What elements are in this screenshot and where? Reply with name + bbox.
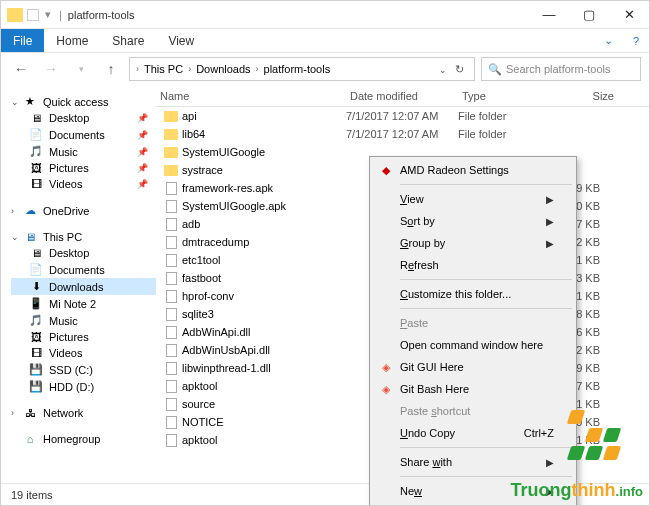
menu-item: Paste: [372, 312, 574, 334]
folder-icon: [164, 147, 178, 158]
ribbon: File Home Share View ⌄ ?: [1, 29, 649, 53]
menu-item[interactable]: ◆AMD Radeon Settings: [372, 159, 574, 181]
file-icon: [166, 380, 177, 393]
watermark-logo: [569, 410, 619, 460]
sidebar: ⌄★Quick access 🖥Desktop📌📄Documents📌🎵Musi…: [1, 85, 156, 483]
sidebar-onedrive[interactable]: ›☁OneDrive: [11, 202, 156, 219]
sidebar-item[interactable]: 🎵Music: [11, 312, 156, 329]
breadcrumb-segment[interactable]: This PC: [141, 63, 186, 75]
sidebar-item[interactable]: 🖼Pictures📌: [11, 160, 156, 176]
address-field[interactable]: › This PC › Downloads › platform-tools ⌄…: [129, 57, 475, 81]
col-size[interactable]: Size: [538, 90, 618, 102]
context-menu: ◆AMD Radeon SettingsView▶Sort by▶Group b…: [369, 156, 577, 506]
menu-item[interactable]: View▶: [372, 188, 574, 210]
menu-item[interactable]: Share with▶: [372, 451, 574, 473]
sidebar-item[interactable]: 🎞Videos📌: [11, 176, 156, 192]
sidebar-item[interactable]: 💾SSD (C:): [11, 361, 156, 378]
sidebar-item[interactable]: 🖼Pictures: [11, 329, 156, 345]
menu-item[interactable]: Sort by▶: [372, 210, 574, 232]
file-icon: [166, 416, 177, 429]
folder-icon: [164, 165, 178, 176]
file-icon: [166, 218, 177, 231]
item-icon: 💾: [27, 380, 45, 393]
column-headers: Name Date modified Type Size: [156, 85, 649, 107]
sidebar-quick-access[interactable]: ⌄★Quick access: [11, 93, 156, 110]
search-input[interactable]: 🔍 Search platform-tools: [481, 57, 641, 81]
menu-item[interactable]: Customize this folder...: [372, 283, 574, 305]
folder-icon: [164, 111, 178, 122]
breadcrumb-segment[interactable]: Downloads: [193, 63, 253, 75]
file-icon: [166, 290, 177, 303]
tab-file[interactable]: File: [1, 29, 44, 52]
file-icon: [166, 434, 177, 447]
network-icon: 🖧: [21, 407, 39, 419]
tab-view[interactable]: View: [156, 29, 206, 52]
file-icon: [166, 362, 177, 375]
sidebar-item[interactable]: 🖥Desktop📌: [11, 110, 156, 126]
address-bar: ← → ▾ ↑ › This PC › Downloads › platform…: [1, 53, 649, 85]
tab-home[interactable]: Home: [44, 29, 100, 52]
menu-item[interactable]: Open command window here: [372, 334, 574, 356]
nav-up-button[interactable]: ↑: [99, 57, 123, 81]
sidebar-item[interactable]: ⬇Downloads: [11, 278, 156, 295]
file-icon: [166, 308, 177, 321]
file-icon: [166, 344, 177, 357]
window-title: platform-tools: [68, 9, 135, 21]
amd-icon: ◆: [378, 164, 394, 177]
close-button[interactable]: ✕: [609, 1, 649, 29]
item-icon: 🎞: [27, 178, 45, 190]
sidebar-this-pc[interactable]: ⌄🖥This PC: [11, 229, 156, 245]
search-icon: 🔍: [488, 63, 502, 76]
pc-icon: 🖥: [21, 231, 39, 243]
sidebar-item[interactable]: 💾HDD (D:): [11, 378, 156, 395]
menu-item[interactable]: Refresh: [372, 254, 574, 276]
minimize-button[interactable]: —: [529, 1, 569, 29]
nav-recent-button[interactable]: ▾: [69, 57, 93, 81]
chevron-down-icon[interactable]: ▾: [45, 8, 51, 21]
git-icon: ◈: [378, 361, 394, 374]
menu-item[interactable]: ◈Git GUI Here: [372, 356, 574, 378]
file-icon: [166, 254, 177, 267]
item-icon: 📄: [27, 128, 45, 141]
sidebar-item[interactable]: 🖥Desktop: [11, 245, 156, 261]
help-icon[interactable]: ?: [623, 29, 649, 52]
menu-item[interactable]: Group by▶: [372, 232, 574, 254]
sidebar-item[interactable]: 📄Documents📌: [11, 126, 156, 143]
breadcrumb-segment[interactable]: platform-tools: [261, 63, 334, 75]
col-date[interactable]: Date modified: [346, 90, 458, 102]
item-count: 19 items: [11, 489, 53, 501]
item-icon: 🖥: [27, 247, 45, 259]
folder-icon: [7, 8, 23, 22]
cloud-icon: ☁: [21, 204, 39, 217]
nav-back-button[interactable]: ←: [9, 57, 33, 81]
col-name[interactable]: Name: [156, 90, 346, 102]
search-placeholder: Search platform-tools: [506, 63, 611, 75]
ribbon-expand-icon[interactable]: ⌄: [594, 29, 623, 52]
nav-forward-button[interactable]: →: [39, 57, 63, 81]
menu-item[interactable]: ◈Git Bash Here: [372, 378, 574, 400]
item-icon: 🎵: [27, 314, 45, 327]
sidebar-item[interactable]: 🎵Music📌: [11, 143, 156, 160]
tab-share[interactable]: Share: [100, 29, 156, 52]
git-icon: ◈: [378, 383, 394, 396]
app-icon: [27, 9, 39, 21]
item-icon: 🎞: [27, 347, 45, 359]
homegroup-icon: ⌂: [21, 433, 39, 445]
chevron-right-icon: ▶: [546, 238, 554, 249]
item-icon: 🖼: [27, 331, 45, 343]
file-icon: [166, 398, 177, 411]
col-type[interactable]: Type: [458, 90, 538, 102]
sidebar-item[interactable]: 🎞Videos: [11, 345, 156, 361]
file-row[interactable]: api7/1/2017 12:07 AMFile folder: [156, 107, 649, 125]
sidebar-network[interactable]: ›🖧Network: [11, 405, 156, 421]
maximize-button[interactable]: ▢: [569, 1, 609, 29]
file-row[interactable]: lib647/1/2017 12:07 AMFile folder: [156, 125, 649, 143]
item-icon: 🎵: [27, 145, 45, 158]
sidebar-item[interactable]: 📱Mi Note 2: [11, 295, 156, 312]
menu-item[interactable]: Undo CopyCtrl+Z: [372, 422, 574, 444]
item-icon: ⬇: [27, 280, 45, 293]
sidebar-homegroup[interactable]: ⌂Homegroup: [11, 431, 156, 447]
sidebar-item[interactable]: 📄Documents: [11, 261, 156, 278]
titlebar: ▾ | platform-tools — ▢ ✕: [1, 1, 649, 29]
file-icon: [166, 236, 177, 249]
